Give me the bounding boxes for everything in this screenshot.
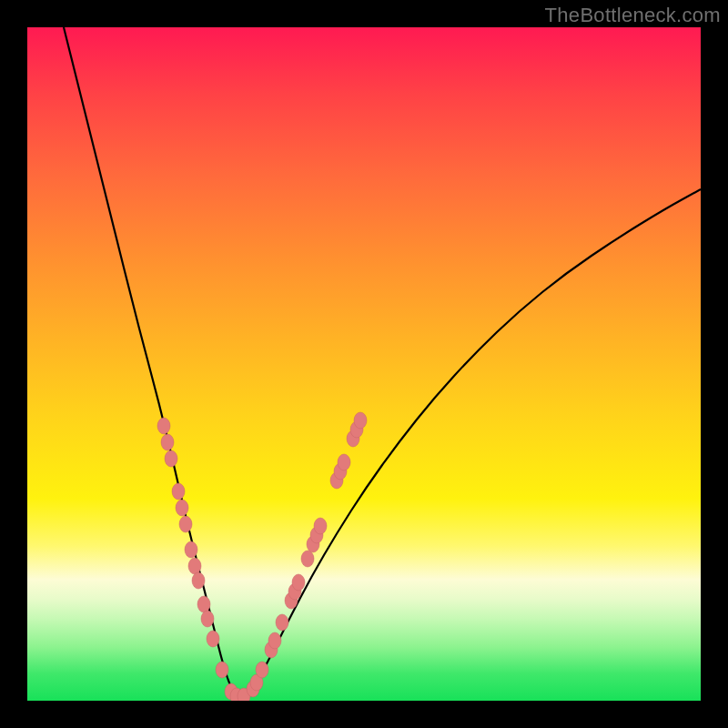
marker-dot bbox=[216, 662, 228, 678]
marker-dot bbox=[185, 541, 197, 558]
marker-dot bbox=[301, 551, 314, 567]
plot-area bbox=[27, 27, 701, 701]
marker-dot bbox=[292, 574, 305, 591]
marker-dot bbox=[188, 558, 201, 574]
marker-dot bbox=[207, 631, 219, 647]
chart-svg bbox=[27, 27, 701, 701]
marker-dot bbox=[314, 518, 327, 534]
marker-dot bbox=[268, 632, 281, 649]
marker-dot bbox=[197, 596, 210, 612]
chart-frame: TheBottleneck.com bbox=[0, 0, 728, 728]
marker-dot bbox=[276, 614, 288, 631]
marker-dot bbox=[172, 483, 185, 500]
marker-dot bbox=[165, 450, 177, 467]
bottleneck-curve bbox=[64, 27, 701, 695]
marker-dot bbox=[201, 611, 214, 627]
marker-dot bbox=[157, 418, 170, 434]
marker-dot bbox=[192, 572, 205, 589]
marker-dot bbox=[179, 516, 192, 532]
marker-dot bbox=[256, 662, 268, 678]
marker-dot bbox=[176, 500, 188, 516]
marker-dot bbox=[338, 454, 350, 470]
highlight-markers bbox=[157, 412, 367, 701]
marker-dot bbox=[354, 412, 367, 429]
watermark-text: TheBottleneck.com bbox=[545, 4, 721, 27]
marker-dot bbox=[161, 434, 174, 450]
